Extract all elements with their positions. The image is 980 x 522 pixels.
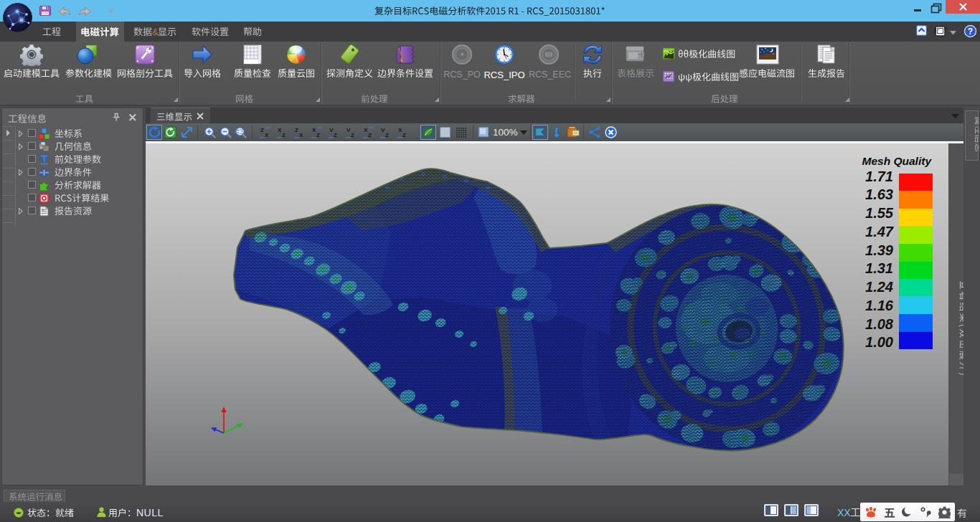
svg-text:&: &: [152, 27, 159, 37]
svg-text:Z: Z: [295, 127, 298, 133]
svg-text:Z: Z: [260, 127, 264, 133]
svg-text:Z: Z: [368, 132, 372, 138]
svg-text:X: X: [299, 132, 303, 138]
svg-text:Z: Z: [385, 132, 389, 138]
svg-text:Z: Z: [334, 132, 337, 138]
svg-text:X: X: [265, 132, 269, 138]
svg-text:Z: Z: [351, 132, 354, 138]
svg-text:?: ?: [968, 27, 973, 37]
svg-text:Z: Z: [282, 132, 286, 138]
svg-text:Z: Z: [402, 132, 406, 138]
svg-text:Z: Z: [316, 132, 320, 138]
